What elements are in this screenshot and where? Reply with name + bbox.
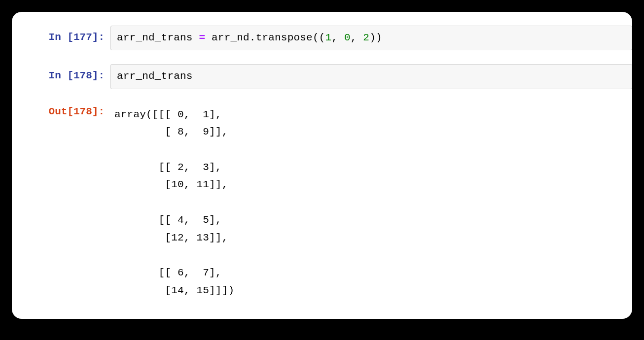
code-token-method: transpose bbox=[256, 32, 313, 43]
input-prompt-178: In [178]: bbox=[12, 64, 110, 81]
code-token-assign: = bbox=[193, 32, 212, 43]
code-token-number: 1 bbox=[325, 32, 331, 43]
code-token-comma: , bbox=[331, 32, 344, 43]
code-token-comma: , bbox=[351, 32, 363, 43]
code-token-variable: arr_nd_trans bbox=[117, 70, 193, 82]
cell-in-177: In [177]: arr_nd_trans = arr_nd.transpos… bbox=[12, 26, 632, 50]
code-token-close-paren: )) bbox=[369, 32, 382, 43]
code-token-object: arr_nd bbox=[212, 32, 250, 43]
input-prompt-177: In [177]: bbox=[12, 26, 110, 43]
code-input-177[interactable]: arr_nd_trans = arr_nd.transpose((1, 0, 2… bbox=[110, 26, 632, 50]
code-token-open-paren: (( bbox=[313, 32, 325, 43]
cell-in-178: In [178]: arr_nd_trans bbox=[12, 64, 632, 89]
cell-out-178: Out[178]: array([[[ 0, 1], [ 8, 9]], [[ … bbox=[12, 103, 632, 300]
code-input-178[interactable]: arr_nd_trans bbox=[110, 64, 632, 89]
code-token-variable: arr_nd_trans bbox=[117, 32, 193, 43]
output-prompt-178: Out[178]: bbox=[12, 103, 110, 117]
notebook-container: In [177]: arr_nd_trans = arr_nd.transpos… bbox=[12, 12, 632, 319]
code-token-dot: . bbox=[250, 32, 256, 43]
code-token-number: 2 bbox=[363, 32, 369, 43]
code-token-number: 0 bbox=[344, 32, 351, 43]
code-output-178: array([[[ 0, 1], [ 8, 9]], [[ 2, 3], [10… bbox=[110, 103, 632, 300]
